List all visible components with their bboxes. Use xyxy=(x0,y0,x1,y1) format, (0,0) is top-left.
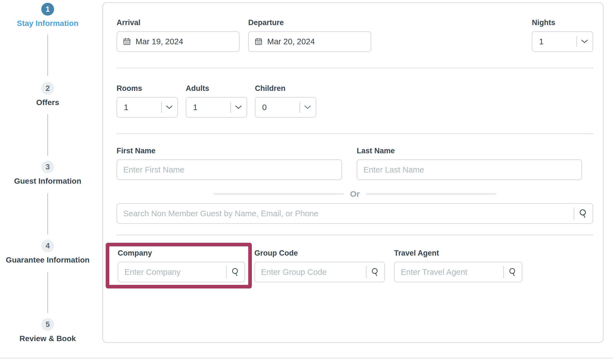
group-code-label: Group Code xyxy=(254,249,385,258)
adults-value: 1 xyxy=(193,103,230,112)
select-divider xyxy=(300,102,300,113)
search-icon[interactable] xyxy=(231,268,240,276)
stepper-step-stay-information[interactable]: 1 Stay Information xyxy=(0,3,95,28)
or-divider: Or xyxy=(117,188,593,200)
step-number-badge: 4 xyxy=(41,239,54,252)
children-value: 0 xyxy=(262,103,300,112)
adults-select[interactable]: 1 xyxy=(186,97,247,118)
first-name-label: First Name xyxy=(117,147,342,156)
last-name-field-group: Last Name xyxy=(357,147,582,180)
guest-search-fieldbox xyxy=(117,203,593,224)
step-number-badge: 5 xyxy=(41,318,54,331)
select-divider xyxy=(230,102,231,113)
last-name-input[interactable] xyxy=(363,165,581,174)
nights-field-group: Nights 1 xyxy=(532,18,593,52)
step-number-badge: 3 xyxy=(41,161,54,173)
section-divider xyxy=(117,235,593,235)
departure-date-value: Mar 20, 2024 xyxy=(267,37,315,46)
children-label: Children xyxy=(255,84,316,93)
rooms-value: 1 xyxy=(124,103,161,112)
stepper-connector xyxy=(47,272,48,313)
company-input[interactable] xyxy=(124,268,226,277)
adults-label: Adults xyxy=(186,84,247,93)
stepper-step-offers[interactable]: 2 Offers xyxy=(0,82,95,107)
stepper-step-review-book[interactable]: 5 Review & Book xyxy=(0,318,95,343)
stay-information-panel: Arrival Mar 19, 2024 Departure xyxy=(102,2,604,343)
rooms-select[interactable]: 1 xyxy=(117,97,178,118)
chevron-down-icon xyxy=(166,106,172,109)
travel-agent-field-group: Travel Agent xyxy=(394,249,522,282)
children-field-group: Children 0 xyxy=(255,84,316,118)
step-label: Offers xyxy=(0,98,95,107)
or-divider-text: Or xyxy=(350,189,360,199)
first-name-fieldbox xyxy=(117,159,342,180)
stepper-connector xyxy=(47,114,48,156)
search-divider xyxy=(503,266,504,278)
chevron-down-icon xyxy=(305,106,311,109)
rooms-field-group: Rooms 1 xyxy=(117,84,178,118)
departure-field-group: Departure Mar 20, 2024 xyxy=(248,18,371,52)
adults-field-group: Adults 1 xyxy=(186,84,247,118)
chevron-down-icon xyxy=(581,40,588,43)
company-field-group: Company xyxy=(118,249,245,282)
select-divider xyxy=(576,36,577,47)
calendar-icon xyxy=(254,37,263,46)
chevron-down-icon xyxy=(235,106,242,109)
stepper-connector xyxy=(47,35,48,76)
arrival-date-value: Mar 19, 2024 xyxy=(136,37,183,46)
section-divider xyxy=(117,134,593,134)
stepper-step-guarantee-information[interactable]: 4 Guarantee Information xyxy=(0,239,95,264)
step-number-badge: 1 xyxy=(41,3,54,16)
departure-date-field[interactable]: Mar 20, 2024 xyxy=(248,31,371,52)
last-name-fieldbox xyxy=(357,159,582,180)
search-icon[interactable] xyxy=(508,268,517,276)
select-divider xyxy=(161,102,162,113)
search-divider xyxy=(574,207,574,220)
children-select[interactable]: 0 xyxy=(255,97,316,118)
group-code-field-group: Group Code xyxy=(254,249,385,282)
guest-search-input[interactable] xyxy=(123,209,574,218)
search-icon[interactable] xyxy=(371,268,380,276)
nights-label: Nights xyxy=(532,18,593,27)
calendar-icon xyxy=(123,37,131,46)
company-fieldbox xyxy=(118,262,245,282)
guest-search-field-group xyxy=(117,203,593,224)
last-name-label: Last Name xyxy=(357,147,582,156)
step-label: Stay Information xyxy=(0,19,95,28)
or-divider-line xyxy=(214,194,344,194)
booking-stepper: 1 Stay Information 2 Offers 3 Guest Info… xyxy=(0,0,95,364)
nights-select[interactable]: 1 xyxy=(532,31,593,52)
stepper-step-guest-information[interactable]: 3 Guest Information xyxy=(0,161,95,186)
arrival-field-group: Arrival Mar 19, 2024 xyxy=(117,18,240,52)
travel-agent-label: Travel Agent xyxy=(394,249,522,258)
or-divider-line xyxy=(366,194,496,194)
first-name-input[interactable] xyxy=(123,165,341,174)
search-icon[interactable] xyxy=(579,209,588,218)
page-bottom-divider xyxy=(0,358,613,358)
search-divider xyxy=(226,266,227,278)
step-label: Guarantee Information xyxy=(0,256,95,264)
nights-value: 1 xyxy=(539,37,576,46)
group-code-fieldbox xyxy=(254,262,385,282)
arrival-date-field[interactable]: Mar 19, 2024 xyxy=(117,31,240,52)
arrival-label: Arrival xyxy=(117,18,240,27)
travel-agent-fieldbox xyxy=(394,262,522,282)
departure-label: Departure xyxy=(248,18,371,27)
step-label: Guest Information xyxy=(0,177,95,186)
rooms-label: Rooms xyxy=(117,84,178,93)
step-label: Review & Book xyxy=(0,334,95,343)
first-name-field-group: First Name xyxy=(117,147,342,180)
group-code-input[interactable] xyxy=(261,268,366,277)
section-divider xyxy=(117,68,593,68)
company-label: Company xyxy=(118,249,245,258)
step-number-badge: 2 xyxy=(41,82,54,95)
stepper-connector xyxy=(47,193,48,234)
travel-agent-input[interactable] xyxy=(401,268,503,277)
search-divider xyxy=(366,266,366,278)
